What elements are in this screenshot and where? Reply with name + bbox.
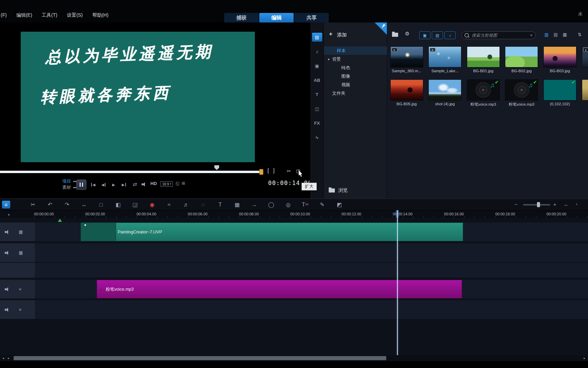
timeline-clip-video[interactable]: PaintingCreator~7.UVP	[81, 223, 463, 241]
scroll-right-button[interactable]: ▸	[582, 356, 587, 360]
track-collapse-icon[interactable]: >	[18, 308, 22, 311]
nav-item[interactable]: 视频	[324, 80, 387, 89]
repeat-icon[interactable]: ⇄	[133, 181, 137, 187]
nav-item[interactable]: 图像	[324, 72, 387, 80]
zoom-out-button[interactable]: −	[514, 201, 518, 207]
split-clip-icon[interactable]: ✂	[287, 168, 291, 174]
step-forward-button[interactable]: ▶	[110, 180, 118, 190]
library-item[interactable]: ♫✔粉笔voice.mp3	[504, 79, 540, 107]
menu-item[interactable]: (F)	[1, 12, 7, 18]
browse-button[interactable]: 浏览	[324, 186, 387, 195]
menu-item[interactable]: 帮助(H)	[92, 12, 108, 18]
mark-in-button[interactable]: [	[267, 168, 269, 174]
scroll-left-button[interactable]: ◂	[1, 356, 5, 360]
nav-item[interactable]: 文件夹	[324, 89, 387, 97]
timeline-clip-voice[interactable]: ♪ 粉笔voice.mp3	[97, 280, 462, 298]
tree-arrow-icon[interactable]: ▲	[327, 55, 330, 63]
frame-size-icon[interactable]: □	[97, 202, 105, 208]
zoom-in-button[interactable]: +	[553, 201, 556, 207]
library-item[interactable]: BG-B05.jpg	[389, 79, 425, 106]
tab-share[interactable]: 共享	[294, 13, 329, 22]
track-mute-button[interactable]	[5, 287, 10, 291]
track-row-music[interactable]	[35, 300, 588, 319]
home-button[interactable]: ◀	[89, 180, 97, 190]
overlay-icon[interactable]: ◫	[312, 104, 322, 113]
library-item[interactable]: BG-B01.jpg	[465, 46, 501, 73]
library-item[interactable]: ♫✔粉笔voice.mp3	[465, 79, 501, 107]
marker-icon[interactable]: ◎	[284, 201, 292, 208]
track-mute-button[interactable]	[5, 308, 10, 312]
mark-out-button[interactable]: ]	[273, 168, 274, 174]
nav-item[interactable]: ▲背景	[324, 55, 387, 63]
track-mute-button[interactable]	[5, 230, 10, 234]
mask-creator-icon[interactable]: ◩	[336, 201, 343, 208]
track-row-overlay[interactable]	[35, 243, 588, 262]
track-collapse-icon[interactable]: >	[18, 288, 22, 290]
chapter-marker-icon[interactable]	[58, 219, 62, 222]
library-item[interactable]: ✔(0,102,102)	[542, 79, 578, 106]
undo-icon[interactable]: ↶	[46, 201, 54, 208]
playhead[interactable]	[397, 210, 398, 355]
fit-project-icon[interactable]: ↔	[80, 202, 88, 208]
split-clip-icon[interactable]: ✂	[29, 201, 37, 208]
nav-item[interactable]: 样本	[324, 46, 387, 55]
library-item[interactable]	[580, 79, 588, 102]
filter-icon[interactable]: FX	[312, 119, 322, 127]
redo-icon[interactable]: ↷	[63, 201, 71, 208]
title-3d-icon[interactable]: T3D	[301, 202, 309, 208]
menu-item[interactable]: 工具(T)	[42, 12, 58, 18]
motion-path-icon[interactable]: ∿	[312, 133, 322, 142]
library-item[interactable]: BG-B02.jpg	[504, 46, 540, 73]
multicam-icon[interactable]: ▦	[233, 201, 241, 208]
timeline-scrollbar[interactable]: ◂ ▸ ▸	[0, 355, 588, 361]
resize-preview-icon[interactable]: ◱	[176, 181, 179, 186]
motion-track-icon[interactable]: →	[250, 202, 258, 208]
library-item[interactable]: ▸	[580, 46, 588, 69]
pin-corner[interactable]	[375, 22, 387, 35]
library-item[interactable]: BG-B03.jpg	[542, 46, 578, 73]
audio-icon[interactable]: ♫	[312, 47, 322, 56]
trim-end-handle[interactable]	[259, 169, 263, 175]
project-duration-icon[interactable]: ◔	[575, 202, 578, 207]
pan-crop-icon[interactable]: ◲	[131, 201, 139, 208]
painting-creator-icon[interactable]: ✎	[318, 201, 326, 208]
nav-item[interactable]: 纯色	[324, 63, 387, 72]
customize-icon[interactable]: ◯	[267, 201, 275, 208]
mode-clip-button[interactable]: 素材	[62, 184, 76, 190]
menu-item[interactable]: 编辑(E)	[16, 12, 32, 18]
instant-project-icon[interactable]: ▣	[312, 61, 322, 70]
subtitle-editor-icon[interactable]: T	[216, 202, 224, 208]
zoom-slider-handle[interactable]	[537, 202, 540, 207]
track-row-title[interactable]	[35, 263, 588, 278]
track-options-icon[interactable]: ▦	[19, 229, 23, 234]
speech-to-text-icon[interactable]: ◌	[199, 202, 207, 208]
volume-icon[interactable]	[142, 182, 147, 186]
preview-scrubber[interactable]	[0, 171, 261, 173]
library-item[interactable]: ▸Sample_360.m...	[389, 46, 425, 73]
step-back-button[interactable]: ◀	[99, 180, 108, 190]
safe-zone-icon[interactable]: ⊞	[182, 181, 185, 186]
title-icon[interactable]: T	[312, 90, 322, 99]
scrollbar-thumb[interactable]	[14, 356, 386, 360]
fit-timeline-icon[interactable]: ↔	[564, 202, 568, 207]
media-library-icon[interactable]: ▤	[312, 33, 322, 42]
timeline-ruler[interactable]: ▲ 00:00:00.0000:00:02.0000:00:04.0000:00…	[0, 210, 588, 218]
tab-capture[interactable]: 捕获	[224, 13, 259, 22]
transition-icon[interactable]: AB	[312, 76, 322, 85]
ruler-start-icon[interactable]: ▲	[7, 213, 10, 216]
library-item[interactable]: ▸Sample_Lake...	[427, 46, 463, 73]
clip-handle-dot[interactable]	[84, 224, 86, 226]
record-capture-icon[interactable]: ◉	[148, 201, 156, 208]
auto-music-icon[interactable]: ♬	[182, 202, 190, 208]
menu-item[interactable]: 设置(S)	[67, 12, 83, 18]
mode-project-button[interactable]: 项目	[62, 178, 76, 184]
track-options-icon[interactable]: ▦	[19, 250, 23, 255]
scroll-right-step-button[interactable]: ▸	[6, 356, 11, 360]
aspect-ratio-select[interactable]: 16:9 ▾	[161, 181, 173, 187]
scrubber-marker[interactable]	[214, 165, 219, 170]
track-mute-button[interactable]	[5, 251, 10, 255]
tab-edit[interactable]: 编辑	[259, 13, 294, 22]
play-pause-button[interactable]	[76, 180, 86, 190]
library-item[interactable]: shot (4).jpg	[427, 79, 463, 106]
track-manager-icon[interactable]: ≡	[2, 201, 10, 209]
